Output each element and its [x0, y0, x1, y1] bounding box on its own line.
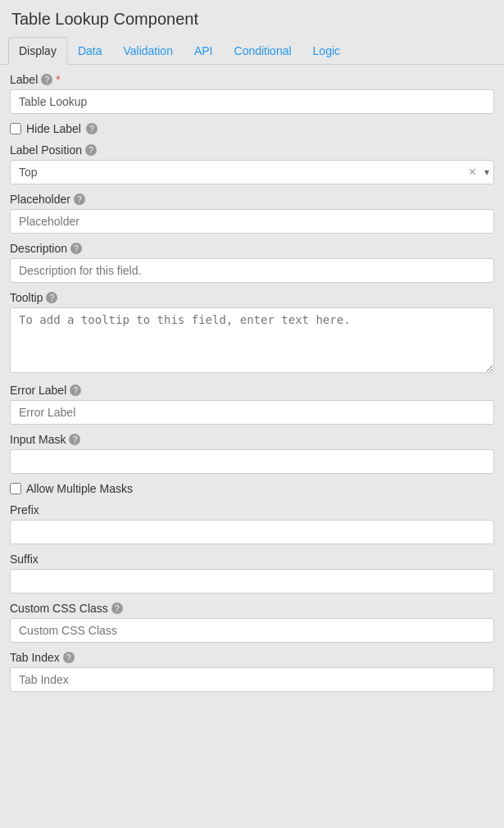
custom-css-class-help-icon[interactable]: ? — [111, 603, 123, 614]
tab-logic[interactable]: Logic — [302, 37, 351, 65]
suffix-input[interactable] — [10, 569, 494, 594]
hide-label-row: Hide Label ? — [10, 122, 494, 135]
hide-label-help-icon[interactable]: ? — [86, 123, 98, 134]
label-help-icon[interactable]: ? — [41, 74, 52, 85]
error-label-group: Error Label ? — [10, 384, 494, 425]
tooltip-help-icon[interactable]: ? — [46, 292, 57, 303]
placeholder-label: Placeholder ? — [10, 193, 494, 206]
suffix-group: Suffix — [10, 553, 494, 594]
error-label-label: Error Label ? — [10, 384, 494, 397]
tab-display[interactable]: Display — [8, 37, 67, 65]
allow-multiple-masks-checkbox[interactable] — [10, 483, 21, 494]
custom-css-class-group: Custom CSS Class ? — [10, 602, 494, 643]
custom-css-class-label: Custom CSS Class ? — [10, 602, 494, 615]
prefix-group: Prefix — [10, 503, 494, 544]
tab-api[interactable]: API — [184, 37, 224, 65]
input-mask-label: Input Mask ? — [10, 433, 494, 446]
label-position-help-icon[interactable]: ? — [85, 144, 97, 156]
label-position-label: Label Position ? — [10, 143, 494, 157]
input-mask-help-icon[interactable]: ? — [69, 434, 80, 445]
hide-label-checkbox[interactable] — [10, 123, 21, 134]
page-title: Table Lookup Component — [0, 0, 504, 37]
label-position-select-wrapper: Top Left Right Bottom × ▾ — [10, 160, 494, 184]
tab-index-group: Tab Index ? — [10, 651, 494, 692]
tab-validation[interactable]: Validation — [112, 37, 183, 65]
label-required-star: * — [56, 73, 60, 86]
prefix-input[interactable] — [10, 520, 494, 544]
description-help-icon[interactable]: ? — [70, 243, 82, 254]
form-body: Label ? * Hide Label ? Label Position ? … — [0, 65, 504, 708]
label-group: Label ? * — [10, 73, 494, 114]
custom-css-class-input[interactable] — [10, 618, 494, 643]
tooltip-textarea[interactable] — [10, 307, 494, 373]
allow-multiple-masks-label[interactable]: Allow Multiple Masks — [26, 482, 133, 495]
description-group: Description ? — [10, 242, 494, 283]
description-input[interactable] — [10, 258, 494, 283]
tooltip-group: Tooltip ? — [10, 291, 494, 375]
suffix-label: Suffix — [10, 553, 494, 566]
label-input[interactable] — [10, 89, 494, 114]
description-label: Description ? — [10, 242, 494, 255]
error-label-help-icon[interactable]: ? — [70, 384, 81, 396]
tab-index-input[interactable] — [10, 667, 494, 692]
placeholder-input[interactable] — [10, 209, 494, 234]
label-position-group: Label Position ? Top Left Right Bottom ×… — [10, 143, 494, 184]
prefix-label: Prefix — [10, 503, 494, 516]
allow-multiple-masks-row: Allow Multiple Masks — [10, 482, 494, 495]
tab-index-help-icon[interactable]: ? — [63, 652, 75, 663]
placeholder-help-icon[interactable]: ? — [74, 193, 85, 205]
error-label-input[interactable] — [10, 400, 494, 425]
tab-data[interactable]: Data — [67, 37, 113, 65]
placeholder-group: Placeholder ? — [10, 193, 494, 234]
input-mask-group: Input Mask ? — [10, 433, 494, 474]
tab-index-label: Tab Index ? — [10, 651, 494, 664]
tabs-bar: Display Data Validation API Conditional … — [0, 37, 504, 65]
tooltip-label: Tooltip ? — [10, 291, 494, 304]
label-position-clear-icon[interactable]: × — [469, 166, 476, 179]
label-position-select[interactable]: Top Left Right Bottom — [10, 160, 494, 184]
tab-conditional[interactable]: Conditional — [224, 37, 302, 65]
label-field-label: Label ? * — [10, 73, 494, 86]
input-mask-input[interactable] — [10, 449, 494, 474]
hide-label-label[interactable]: Hide Label — [26, 122, 81, 135]
